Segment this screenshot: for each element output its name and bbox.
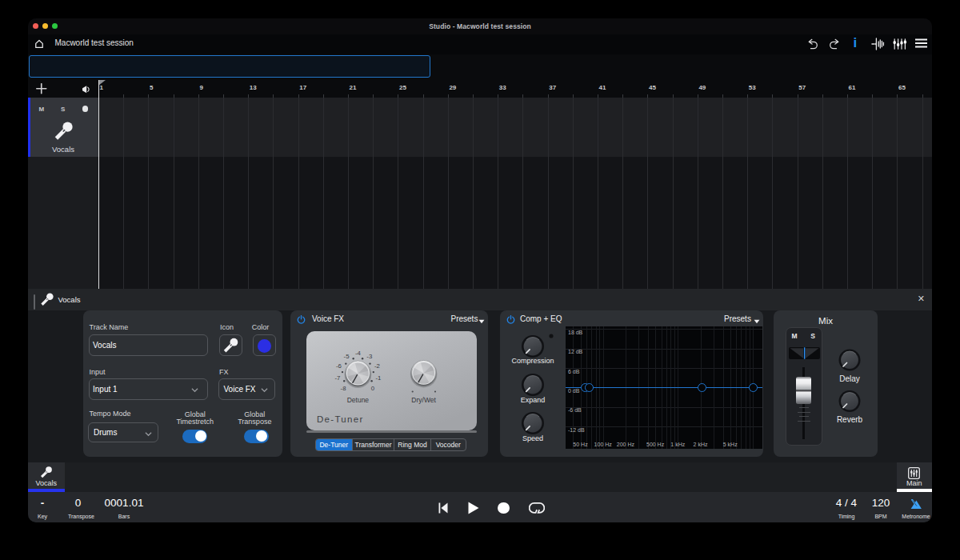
svg-text:-4: -4 [355,350,362,357]
svg-text:-8: -8 [341,385,346,392]
svg-text:Dry/Wet: Dry/Wet [411,396,436,404]
svg-text:-3: -3 [366,353,372,360]
svg-text:De-Tuner: De-Tuner [317,414,364,424]
svg-text:0: 0 [371,385,375,392]
svg-text:-2: -2 [374,362,380,370]
svg-text:-6: -6 [336,362,342,370]
svg-text:-7: -7 [334,374,340,382]
svg-text:-1: -1 [375,374,381,382]
svg-text:-5: -5 [344,353,350,360]
svg-text:Detune: Detune [347,396,370,404]
